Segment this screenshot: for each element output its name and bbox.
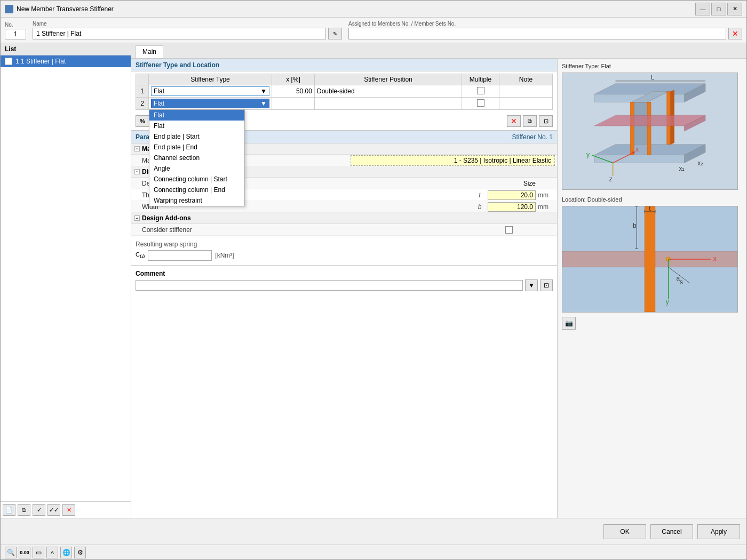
preview-3d: L x y z x₁: [562, 73, 738, 190]
design-addons-header: − Design Add-ons: [131, 213, 557, 224]
percent-button[interactable]: %: [136, 115, 149, 127]
label-icon[interactable]: A: [46, 547, 58, 558]
window-title: New Member Transverse Stiffener: [17, 5, 692, 13]
title-bar-controls: — □ ✕: [695, 3, 742, 15]
multiple-check-row2[interactable]: [477, 99, 484, 107]
preview-location-label: Location: Double-sided: [562, 196, 742, 203]
comment-input[interactable]: [136, 280, 523, 291]
svg-text:x₂: x₂: [697, 159, 703, 167]
svg-text:x: x: [713, 255, 717, 262]
dimension-collapse[interactable]: −: [134, 169, 140, 174]
apply-button[interactable]: Apply: [697, 524, 740, 539]
cancel-button[interactable]: Cancel: [650, 524, 693, 539]
x-value-row2: [272, 98, 314, 110]
width-unit: mm: [536, 203, 557, 211]
dropdown-option-endplate-start[interactable]: End plate | Start: [149, 131, 244, 142]
material-name-value[interactable]: 1 - S235 | Isotropic | Linear Elastic: [351, 155, 555, 166]
tab-bar: Main: [131, 43, 746, 59]
assigned-label: Assigned to Members No. / Member Sets No…: [348, 21, 742, 27]
dialog-area: No. 1 Name ✎ Assigned to Members No. / M…: [1, 18, 746, 545]
warp-spring-section: Resulting warp spring Cω [kNm³]: [131, 236, 557, 265]
name-label: Name: [33, 21, 342, 27]
col-position: Stiffener Position: [314, 74, 462, 85]
new-item-button[interactable]: 📄: [3, 504, 15, 516]
maximize-button[interactable]: □: [711, 3, 726, 15]
note-value-row1: [499, 85, 553, 98]
svg-text:b: b: [633, 222, 637, 229]
note-value-row2: [499, 98, 553, 110]
list-item-icon: ▤: [5, 58, 12, 65]
dropdown-arrow-row1: ▼: [260, 87, 267, 95]
svg-text:y: y: [586, 151, 590, 158]
type-dropdown-menu: Flat Flat End plate | Start End plate | …: [149, 109, 245, 206]
dropdown-option-conn-col-start[interactable]: Connecting column | Start: [149, 174, 244, 185]
svg-text:z: z: [609, 175, 613, 183]
delete-item-button[interactable]: ✕: [62, 504, 75, 516]
material-collapse[interactable]: −: [134, 146, 140, 151]
svg-marker-11: [647, 102, 651, 155]
consider-stiffener-row: Consider stiffener: [131, 224, 557, 236]
x-value-row1[interactable]: 50.00: [272, 85, 314, 98]
type-dropdown-row1[interactable]: Flat ▼: [151, 86, 269, 96]
dropdown-arrow-row2: ▼: [260, 100, 267, 107]
close-button[interactable]: ✕: [727, 3, 742, 15]
list-header: List: [1, 43, 131, 55]
comment-dropdown-btn[interactable]: ▼: [525, 279, 538, 291]
main-window: New Member Transverse Stiffener — □ ✕ No…: [0, 0, 747, 560]
rect-icon[interactable]: ▭: [33, 547, 44, 558]
thickness-input[interactable]: [488, 190, 536, 200]
value-icon[interactable]: 0.00: [19, 547, 30, 558]
minimize-button[interactable]: —: [695, 3, 710, 15]
dropdown-option-flat2[interactable]: Flat: [149, 121, 244, 131]
delete-row-button[interactable]: ✕: [507, 115, 521, 127]
copy-table-button[interactable]: ⧉: [523, 115, 537, 127]
svg-rect-29: [645, 206, 655, 312]
settings-icon[interactable]: ⚙: [74, 547, 86, 558]
globe-icon[interactable]: 🌐: [60, 547, 72, 558]
design-addons-section: − Design Add-ons Consider stiffener: [131, 213, 557, 236]
status-bar: 🔍 0.00 ▭ A 🌐 ⚙: [1, 545, 746, 559]
dropdown-option-endplate-end[interactable]: End plate | End: [149, 142, 244, 153]
warp-spring-symbol: Cω: [136, 251, 145, 260]
warp-spring-input[interactable]: [148, 250, 212, 261]
screenshot-button[interactable]: 📷: [562, 317, 576, 330]
assigned-input[interactable]: [348, 28, 726, 39]
stiffener-table: Stiffener Type x [%] Stiffener Position …: [136, 74, 553, 110]
dropdown-option-channel[interactable]: Channel section: [149, 153, 244, 163]
check2-button[interactable]: ✓✓: [47, 504, 60, 516]
consider-stiffener-label: Consider stiffener: [131, 225, 466, 235]
params-stiffener-no: Stiffener No. 1: [512, 133, 553, 141]
consider-stiffener-checkbox[interactable]: [505, 226, 513, 234]
no-label: No.: [5, 22, 26, 28]
dropdown-option-warping[interactable]: Warping restraint: [149, 195, 244, 206]
warp-spring-unit: [kNm³]: [215, 252, 234, 259]
design-addons-label: Design Add-ons: [142, 214, 191, 222]
width-input[interactable]: [488, 202, 536, 212]
position-value-row1: Double-sided: [314, 85, 462, 98]
dropdown-option-angle[interactable]: Angle: [149, 163, 244, 174]
list-item[interactable]: ▤ 1 1 Stiffener | Flat: [1, 55, 131, 67]
warp-spring-row: Cω [kNm³]: [136, 250, 553, 261]
col-note: Note: [499, 74, 553, 85]
export-table-button[interactable]: ⊡: [539, 115, 553, 127]
type-dropdown-row2[interactable]: Flat ▼: [151, 99, 269, 108]
assigned-clear-button[interactable]: ✕: [728, 28, 742, 39]
multiple-check-row1[interactable]: [477, 87, 484, 94]
main-tab[interactable]: Main: [136, 45, 163, 58]
col-multiple: Multiple: [462, 74, 499, 85]
name-edit-button[interactable]: ✎: [328, 28, 342, 39]
svg-marker-10: [630, 102, 634, 155]
copy-item-button[interactable]: ⧉: [18, 504, 30, 516]
table-row[interactable]: 2 Flat ▼ Flat: [136, 98, 553, 110]
list-item-label: 1 1 Stiffener | Flat: [15, 58, 66, 65]
dropdown-option-conn-col-end[interactable]: Connecting column | End: [149, 185, 244, 195]
stiffener-table-container: Stiffener Type x [%] Stiffener Position …: [131, 71, 557, 112]
dropdown-option-flat1[interactable]: Flat: [149, 110, 244, 121]
check-button[interactable]: ✓: [33, 504, 45, 516]
search-icon[interactable]: 🔍: [5, 547, 17, 558]
ok-button[interactable]: OK: [603, 524, 646, 539]
comment-paste-btn[interactable]: ⊡: [540, 279, 553, 291]
design-addons-collapse[interactable]: −: [134, 215, 140, 221]
name-input[interactable]: [33, 28, 326, 39]
table-row[interactable]: 1 Flat ▼ 50.00 Double-si: [136, 85, 553, 98]
